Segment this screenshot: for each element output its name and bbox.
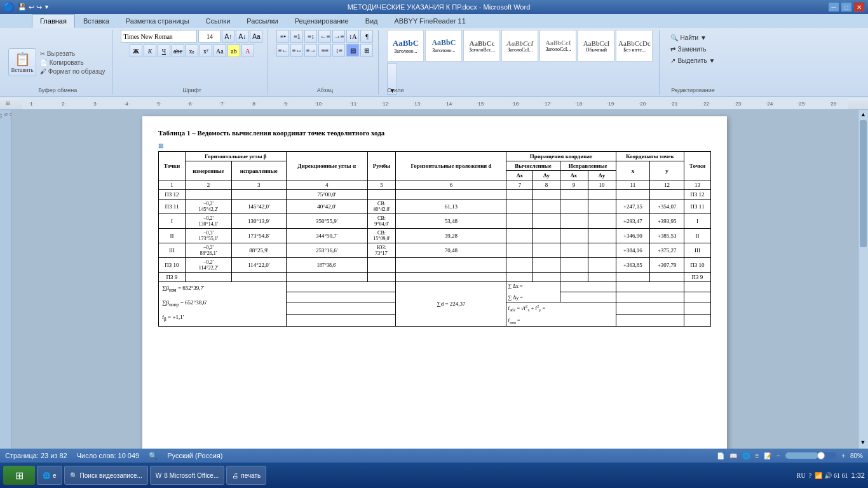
shading-button[interactable]: ▤ [346, 44, 359, 57]
cell-corrdx-pz10 [560, 258, 588, 273]
tab-references[interactable]: Ссылки [198, 14, 239, 28]
style-heading3[interactable]: AaBbCc ЗаголоВcc... [463, 30, 500, 62]
quick-access-more[interactable]: ▼ [44, 4, 50, 10]
show-marks-button[interactable]: ¶ [360, 30, 373, 43]
style-heading2[interactable]: AaBbC Заголово... [425, 30, 462, 62]
increase-indent-button[interactable]: →≡ [332, 30, 345, 43]
language-status[interactable]: Русский (Россия) [167, 452, 222, 459]
ruler: ⊞ ·1· ·2· ·3· ·4· ·5· ·6· ·7· ·8· ·9· ·1… [0, 97, 868, 110]
scroll-down-button[interactable]: ▼ [858, 438, 868, 447]
ruler-corner[interactable]: ⊞ [3, 100, 13, 106]
style-heading5[interactable]: AaBbCcI ЗаголоCcI... [539, 30, 576, 62]
borders-button[interactable]: ⊞ [360, 44, 373, 57]
align-center-button[interactable]: ≡↔ [290, 44, 303, 57]
view-draft-button[interactable]: 📝 [764, 452, 771, 459]
font-name-input[interactable]: Times New Roman [121, 30, 197, 43]
network-icon[interactable]: 📶 [815, 472, 822, 479]
col-header-horiz-prolong: Горизонтальные проложения d [396, 152, 506, 180]
minimize-button[interactable]: ─ [828, 2, 839, 12]
taskbar-btn-browser[interactable]: 🌐 e [37, 466, 62, 485]
font-size-input[interactable]: 14 [198, 30, 220, 43]
lang-indicator[interactable]: RU [797, 472, 806, 479]
copy-button[interactable]: 📄 Копировать [38, 58, 107, 67]
volume-icon[interactable]: 🔊 [824, 472, 832, 479]
help-icon[interactable]: ? [809, 472, 811, 479]
taskbar-btn-search[interactable]: 🔍 Поиск видеозаписе... [64, 466, 148, 485]
cut-button[interactable]: ✂ Вырезать [38, 50, 107, 58]
replace-button[interactable]: ⇄ Заменить [668, 44, 717, 54]
quick-access-redo[interactable]: ↪ [36, 3, 42, 11]
highlight-button[interactable]: ab [227, 44, 240, 57]
taskbar-btn-print[interactable]: 🖨 печать [226, 466, 266, 485]
view-outline-button[interactable]: ≡ [755, 452, 759, 459]
style-heading4[interactable]: AaBbCcI ЗаголоCcI... [501, 30, 538, 62]
taskbar-btn-word[interactable]: W 8 Microsoft Office... [150, 466, 224, 485]
add-row-button[interactable]: ⊞ [158, 142, 163, 149]
style-normal[interactable]: AaBbCcI Обычный [578, 30, 614, 62]
view-web-button[interactable]: 🌐 [742, 452, 750, 459]
right-scrollbar[interactable]: ▲ ▼ [858, 110, 868, 487]
select-button[interactable]: ↗ Выделить ▼ [668, 56, 717, 65]
clear-formatting-button[interactable]: Aa [250, 30, 262, 43]
decrease-indent-button[interactable]: ←≡ [318, 30, 331, 43]
tab-mailings[interactable]: Рассылки [238, 14, 286, 28]
status-bar: Страница: 23 из 82 Число слов: 10 049 🔍 … [0, 449, 868, 463]
align-right-button[interactable]: ≡→ [304, 44, 317, 57]
spell-check-icon[interactable]: 🔍 [149, 452, 158, 460]
paste-button[interactable]: 📋 Вставить [8, 48, 36, 76]
col-num-11: 11 [616, 180, 650, 190]
system-clock[interactable]: 1:32 [851, 471, 865, 479]
scroll-up-button[interactable]: ▲ [858, 110, 868, 119]
quick-access-save[interactable]: 💾 [18, 3, 27, 11]
zoom-slider[interactable] [785, 452, 836, 459]
multilevel-button[interactable]: ≡↕ [304, 30, 317, 43]
cell-y-pz11: +354,07 [650, 200, 684, 214]
tab-review[interactable]: Рецензирование [287, 14, 357, 28]
tab-page-layout[interactable]: Разметка страницы [118, 14, 198, 28]
underline-button[interactable]: Ч [158, 44, 170, 57]
sort-button[interactable]: ↕A [346, 30, 359, 43]
bold-button[interactable]: Ж [130, 44, 142, 57]
italic-button[interactable]: К [144, 44, 156, 57]
view-fullscreen-button[interactable]: 📖 [729, 452, 737, 459]
tab-view[interactable]: Вид [357, 14, 386, 28]
start-button[interactable]: ⊞ [3, 466, 35, 485]
cell-horiz-pz9 [396, 273, 506, 282]
find-button[interactable]: 🔍 Найти ▼ [668, 33, 717, 43]
maximize-button[interactable]: □ [841, 2, 852, 12]
close-button[interactable]: ✕ [853, 2, 865, 12]
zoom-slider-thumb[interactable] [817, 452, 825, 459]
zoom-out-button[interactable]: − [776, 452, 780, 459]
word-logo-icon: 🔵 [3, 2, 14, 12]
line-spacing-button[interactable]: ↕≡ [332, 44, 345, 57]
justify-button[interactable]: ≡≡ [318, 44, 331, 57]
font-shrink-button[interactable]: A↓ [236, 30, 248, 43]
paragraph-content: ≡• ≡1 ≡↕ ←≡ →≡ ↕A ¶ ≡← ≡↔ ≡→ ≡≡ ↕≡ ▤ ⊞ [276, 30, 373, 95]
numbering-button[interactable]: ≡1 [290, 30, 303, 43]
tab-home[interactable]: Главная [32, 14, 75, 28]
quick-access-undo[interactable]: ↩ [29, 3, 34, 11]
view-print-button[interactable]: 📄 [717, 452, 724, 459]
subscript-button[interactable]: x₂ [186, 44, 198, 57]
cell-calcdx-pz12 [506, 190, 533, 200]
zoom-in-button[interactable]: + [841, 452, 845, 459]
font-color-button[interactable]: A [241, 44, 254, 57]
tab-insert[interactable]: Вставка [75, 14, 118, 28]
font-grow-button[interactable]: A↑ [222, 30, 234, 43]
svg-text:·18·: ·18· [575, 101, 583, 107]
strikethrough-button[interactable]: abc [172, 44, 184, 57]
align-left-button[interactable]: ≡← [276, 44, 289, 57]
browser-label: e [53, 472, 57, 479]
svg-text:·2·: ·2· [60, 101, 66, 107]
style-heading1[interactable]: AaBbC Заголово... [387, 30, 424, 62]
cell-y-pz10: +307,79 [650, 258, 684, 273]
style-no-spacing[interactable]: AaBbCcDc Без инте... [616, 30, 653, 62]
tab-abbyy[interactable]: ABBYY FineReader 11 [386, 14, 474, 28]
format-painter-button[interactable]: 🖌 Формат по образцу [38, 67, 107, 76]
scroll-thumb[interactable] [860, 120, 867, 247]
bullets-button[interactable]: ≡• [276, 30, 289, 43]
change-case-button[interactable]: Aa [214, 44, 226, 57]
superscript-button[interactable]: x² [200, 44, 212, 57]
cell-y-ii: +385,53 [650, 229, 684, 243]
cell-empty10 [616, 314, 684, 326]
